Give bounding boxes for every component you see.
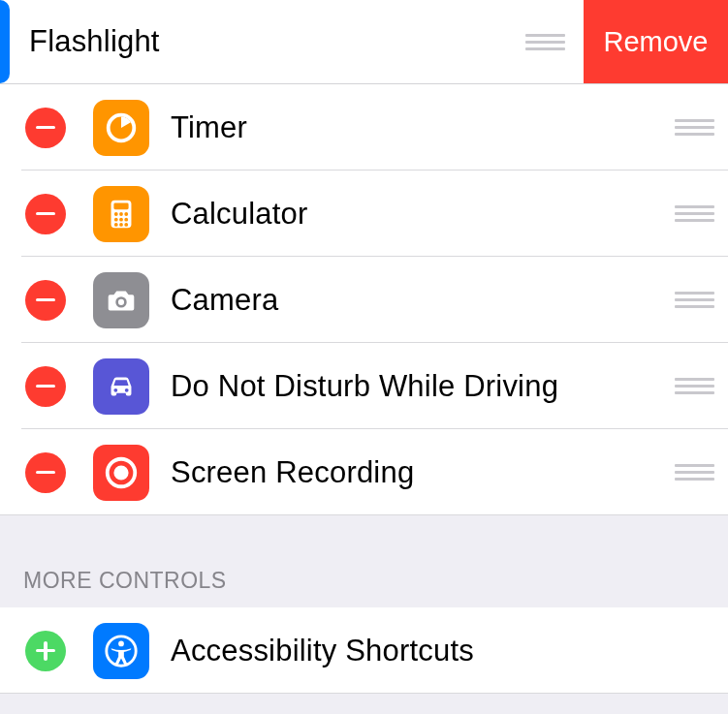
flashlight-icon-sliver bbox=[0, 0, 10, 83]
svg-point-4 bbox=[119, 212, 123, 216]
svg-point-7 bbox=[119, 217, 123, 221]
record-icon bbox=[93, 445, 149, 501]
drag-handle-icon[interactable] bbox=[670, 378, 728, 394]
svg-point-8 bbox=[124, 217, 128, 221]
calculator-icon bbox=[93, 186, 149, 242]
svg-point-5 bbox=[124, 212, 128, 216]
row-label: Flashlight bbox=[10, 0, 516, 83]
included-item-flashlight-swiped[interactable]: Flashlight Remove bbox=[0, 0, 728, 84]
row-label: Do Not Disturb While Driving bbox=[149, 369, 670, 404]
svg-point-9 bbox=[114, 223, 118, 227]
svg-point-19 bbox=[118, 640, 124, 646]
svg-point-3 bbox=[114, 212, 118, 216]
svg-rect-2 bbox=[113, 202, 128, 209]
included-item-camera[interactable]: Camera bbox=[0, 257, 728, 343]
drag-handle-icon[interactable] bbox=[670, 292, 728, 308]
remove-minus-button[interactable] bbox=[25, 194, 66, 234]
accessibility-icon bbox=[93, 623, 149, 679]
settings-control-center-customize: { "swiped_item": { "label": "Flashlight"… bbox=[0, 0, 728, 714]
drag-handle-icon[interactable] bbox=[516, 0, 584, 83]
drag-handle-icon[interactable] bbox=[670, 119, 728, 136]
svg-point-10 bbox=[119, 223, 123, 227]
more-controls-header: MORE CONTROLS bbox=[0, 515, 728, 607]
included-item-timer[interactable]: Timer bbox=[0, 84, 728, 171]
svg-point-13 bbox=[118, 298, 124, 304]
included-item-dnd-driving[interactable]: Do Not Disturb While Driving bbox=[0, 343, 728, 429]
row-label: Accessibility Shortcuts bbox=[149, 634, 728, 668]
remove-minus-button[interactable] bbox=[25, 452, 66, 493]
add-plus-button[interactable] bbox=[25, 631, 66, 671]
included-controls-list: Timer Calculator Camera bbox=[0, 84, 728, 515]
row-label: Screen Recording bbox=[149, 455, 670, 490]
car-icon bbox=[93, 358, 149, 415]
drag-handle-icon[interactable] bbox=[670, 205, 728, 222]
svg-point-11 bbox=[124, 223, 128, 227]
more-controls-list: Accessibility Shortcuts bbox=[0, 607, 728, 694]
timer-icon bbox=[93, 100, 149, 156]
svg-point-6 bbox=[114, 217, 118, 221]
row-label: Calculator bbox=[149, 197, 670, 232]
included-item-calculator[interactable]: Calculator bbox=[0, 171, 728, 257]
drag-handle-icon[interactable] bbox=[670, 464, 728, 481]
svg-point-17 bbox=[113, 465, 128, 480]
more-item-accessibility-shortcuts[interactable]: Accessibility Shortcuts bbox=[0, 607, 728, 694]
svg-point-14 bbox=[113, 388, 117, 391]
included-item-screen-recording[interactable]: Screen Recording bbox=[0, 429, 728, 515]
row-label: Camera bbox=[149, 283, 670, 318]
svg-point-15 bbox=[125, 388, 129, 391]
row-label: Timer bbox=[149, 110, 670, 145]
remove-minus-button[interactable] bbox=[25, 280, 66, 321]
remove-minus-button[interactable] bbox=[25, 108, 66, 148]
remove-button[interactable]: Remove bbox=[584, 0, 728, 83]
camera-icon bbox=[93, 272, 149, 328]
remove-minus-button[interactable] bbox=[25, 366, 66, 407]
